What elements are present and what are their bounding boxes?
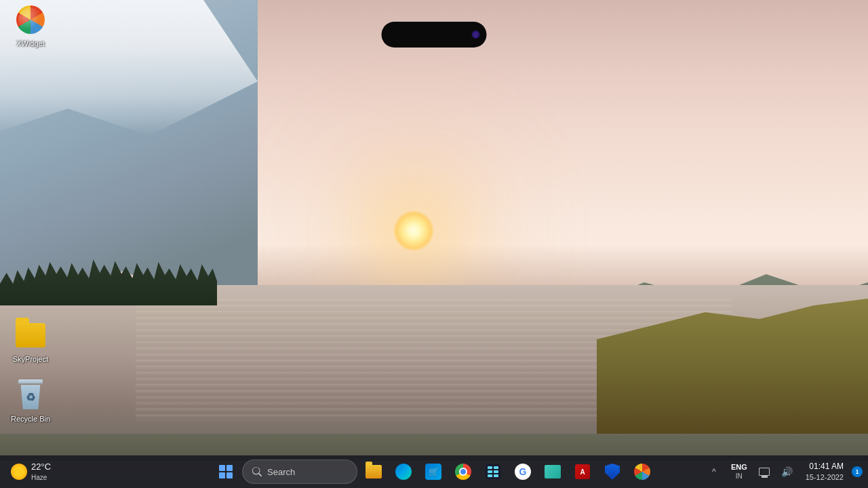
recycle-lid [18,379,43,383]
file-explorer-icon [366,465,382,478]
language-abbr: ENG [731,463,747,472]
calc-dot-5 [488,474,492,477]
recycle-body: ♻ [20,385,41,409]
calculator-icon [486,464,500,479]
chrome-icon [455,464,471,480]
clock-time: 01:41 AM [809,462,844,472]
globe-icon [634,464,650,480]
recycle-arrows: ♻ [26,391,35,404]
desktop-icons: XWidget SkyProject ♻ Recycle Bin [0,0,868,455]
win-square-3 [219,472,225,478]
xwidget-icon-graphic [16,5,45,34]
win-square-4 [226,472,233,478]
recycle-icon-graphic: ♻ [16,379,45,411]
xwidget-icon-container[interactable]: XWidget [3,3,58,48]
notification-count: 1 [855,468,859,475]
chevron-up-icon: ^ [712,467,716,476]
taskbar-google[interactable]: G [509,458,536,485]
taskbar-globe[interactable] [629,458,656,485]
taskbar-files[interactable] [539,458,566,485]
skyproject-icon-container[interactable]: SkyProject [3,319,58,364]
google-icon: G [515,464,531,480]
recyclebin-icon-image: ♻ [14,379,47,411]
volume-tray[interactable]: 🔊 [777,462,797,482]
skyproject-label: SkyProject [13,354,49,364]
weather-temperature: 22°C [31,461,51,473]
taskbar-shield-app[interactable] [599,458,626,485]
store-icon: 🛒 [425,464,441,480]
calc-dot-4 [494,470,498,473]
calc-dot-2 [494,466,498,469]
skyproject-icon-image [14,319,47,352]
tray-area: ^ [704,462,724,482]
taskbar-file-explorer[interactable] [360,458,387,485]
display-settings-tray[interactable] [754,462,774,482]
taskbar-center: Search 🛒 [212,458,656,485]
search-icon [252,467,262,476]
weather-text: 22°C Haze [31,461,51,483]
taskbar-aorus[interactable]: A [569,458,596,485]
windows-logo [219,465,233,478]
calc-dot-6 [494,474,498,477]
shield-app-icon [605,464,620,480]
xwidget-icon-image [14,3,47,36]
folder-icon-graphic [16,323,45,348]
win-square-1 [219,465,225,471]
search-bar[interactable]: Search [242,459,357,484]
taskbar-calculator[interactable] [479,458,507,485]
taskbar-right: ^ ENG IN 🔊 01:41 AM 15-12-2022 [700,460,863,483]
files-icon [545,465,561,478]
weather-widget[interactable]: 22°C Haze [5,458,56,485]
xwidget-label: XWidget [16,39,45,48]
edge-icon [395,464,412,480]
taskbar-left: 22°C Haze [5,458,141,485]
clock-area[interactable]: 01:41 AM 15-12-2022 [800,460,849,483]
speaker-icon: 🔊 [781,466,793,477]
calc-dot-3 [488,470,492,473]
weather-condition: Haze [31,473,51,483]
monitor-icon [759,468,770,476]
desktop: XWidget SkyProject ♻ Recycle Bin [0,0,868,488]
recyclebin-label: Recycle Bin [11,414,50,424]
show-hidden-icons-button[interactable]: ^ [704,462,724,482]
weather-sun-icon [11,464,27,480]
start-button[interactable] [212,458,239,485]
clock-date: 15-12-2022 [806,472,844,482]
taskbar-ms-store[interactable]: 🛒 [420,458,447,485]
taskbar: 22°C Haze Search [0,455,868,488]
taskbar-edge[interactable] [390,458,417,485]
calc-dot-1 [488,466,492,469]
search-label: Search [267,467,295,477]
aorus-icon: A [575,464,590,479]
recyclebin-icon-container[interactable]: ♻ Recycle Bin [3,379,58,424]
language-indicator[interactable]: ENG IN [727,462,751,481]
win-square-2 [226,465,233,471]
taskbar-chrome[interactable] [450,458,477,485]
language-region: IN [736,472,743,481]
notification-badge[interactable]: 1 [852,466,863,477]
